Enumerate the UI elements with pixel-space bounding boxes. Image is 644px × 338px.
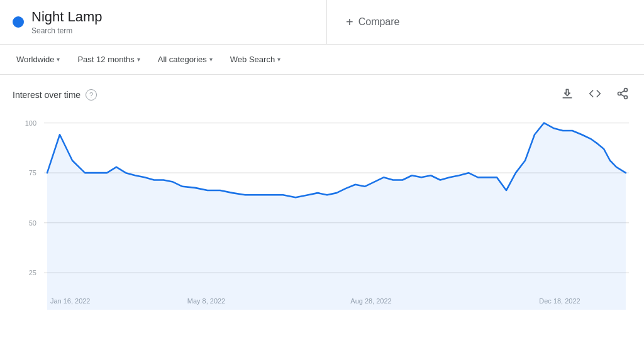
help-icon[interactable]: ? — [86, 89, 97, 101]
compare-button[interactable]: + Compare — [346, 15, 400, 30]
search-term-dot — [13, 16, 24, 28]
svg-text:75: 75 — [29, 169, 36, 177]
chevron-down-icon: ▾ — [209, 56, 213, 63]
filter-worldwide-label: Worldwide — [16, 55, 54, 64]
svg-line-4 — [621, 90, 625, 92]
compare-label: Compare — [358, 16, 400, 28]
share-icon — [616, 87, 629, 100]
chart-section: Interest over time ? 100 75 — [0, 75, 644, 317]
filters-bar: Worldwide ▾ Past 12 months ▾ All categor… — [0, 45, 644, 75]
chevron-down-icon: ▾ — [277, 56, 280, 63]
interest-chart: 100 75 50 25 Jan 16, 2022 May 8, 2022 Au… — [13, 110, 631, 311]
filter-past12months[interactable]: Past 12 months ▾ — [71, 51, 146, 68]
search-term-section: Night Lamp Search term — [0, 0, 327, 44]
chart-header: Interest over time ? — [13, 85, 631, 105]
svg-text:25: 25 — [29, 269, 36, 276]
embed-button[interactable] — [586, 85, 604, 105]
svg-line-3 — [621, 94, 625, 96]
compare-plus-icon: + — [346, 15, 353, 30]
embed-icon — [589, 87, 601, 100]
download-icon — [561, 87, 574, 100]
filter-allcategories-label: All categories — [158, 55, 207, 64]
chart-container: 100 75 50 25 Jan 16, 2022 May 8, 2022 Au… — [13, 110, 631, 311]
chevron-down-icon: ▾ — [57, 56, 60, 63]
chart-actions — [558, 85, 631, 105]
filter-worldwide[interactable]: Worldwide ▾ — [10, 51, 66, 68]
filter-allcategories[interactable]: All categories ▾ — [152, 51, 219, 68]
page-header: Night Lamp Search term + Compare — [0, 0, 644, 45]
filter-websearch[interactable]: Web Search ▾ — [224, 51, 287, 68]
download-button[interactable] — [558, 85, 576, 105]
search-term-label: Search term — [31, 26, 103, 35]
search-term-text: Night Lamp Search term — [31, 9, 103, 35]
svg-text:50: 50 — [29, 219, 36, 227]
chart-title: Interest over time — [13, 90, 80, 100]
filter-websearch-label: Web Search — [230, 55, 275, 64]
compare-section: + Compare — [327, 0, 644, 44]
filter-past12months-label: Past 12 months — [77, 55, 134, 64]
svg-text:100: 100 — [25, 119, 36, 127]
search-term-name: Night Lamp — [31, 9, 103, 25]
share-button[interactable] — [614, 85, 631, 105]
chart-title-group: Interest over time ? — [13, 89, 97, 101]
chevron-down-icon: ▾ — [137, 56, 140, 63]
